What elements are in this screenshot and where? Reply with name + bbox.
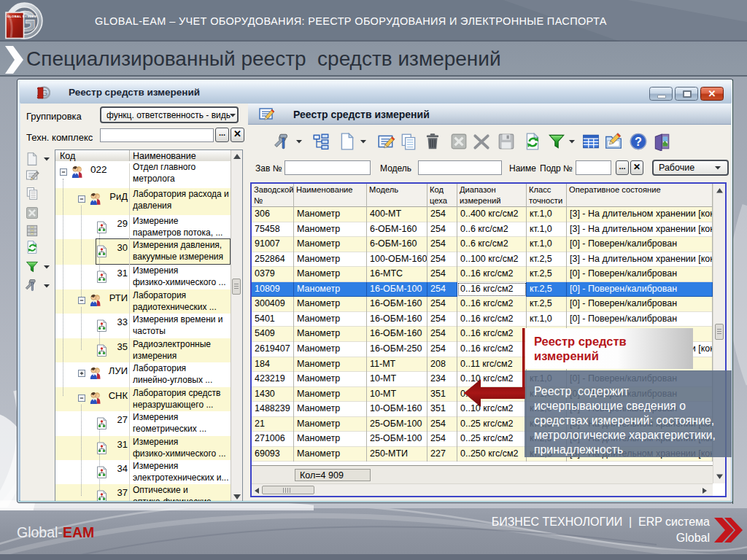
svg-text:?: ? bbox=[635, 135, 642, 148]
svg-text:GLOBAL SYSTEM: GLOBAL SYSTEM bbox=[7, 15, 37, 18]
